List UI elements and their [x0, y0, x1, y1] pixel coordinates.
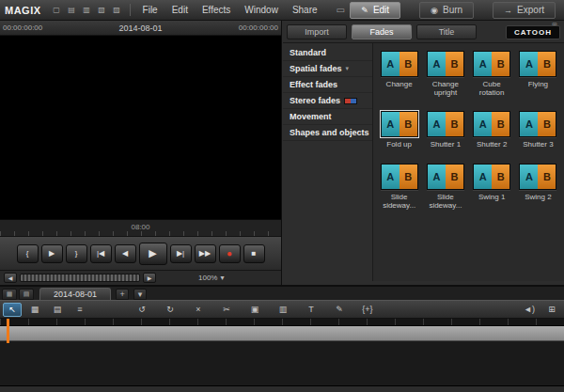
fade-thumbnail-grid: A B Change A B Change upright A B: [373, 43, 564, 281]
fade-letter-a: A: [382, 165, 400, 189]
mode-burn-button[interactable]: ◉ Burn: [419, 2, 474, 19]
fade-item-shutter-1[interactable]: A B Shutter 1: [424, 111, 466, 149]
fade-item-change[interactable]: A B Change: [378, 51, 420, 97]
curve-mode-icon[interactable]: ≡: [70, 303, 89, 317]
category-label: Shapes and objects: [290, 128, 369, 137]
frame-back-button[interactable]: ◀: [115, 244, 136, 263]
menu-effects[interactable]: Effects: [196, 5, 237, 15]
fade-thumbnail: A B: [519, 111, 556, 137]
fade-item-swing-1[interactable]: A B Swing 1: [471, 164, 513, 210]
ruler-ticks: [0, 231, 281, 236]
redo-icon[interactable]: ↻: [161, 303, 180, 317]
fade-thumbnail: A B: [427, 51, 464, 77]
fade-label: Cube rotation: [471, 80, 513, 97]
media-pool-tabs: Import Fades Title CATOOH: [283, 21, 564, 43]
scene-overview-icon[interactable]: ▤: [19, 289, 34, 300]
timeline-ruler[interactable]: [0, 319, 564, 326]
record-button[interactable]: ●: [219, 244, 241, 263]
delete-icon[interactable]: ×: [189, 303, 208, 317]
fade-letter-b: B: [446, 112, 463, 136]
fade-letter-a: A: [520, 112, 538, 136]
tab-fades[interactable]: Fades: [352, 24, 412, 39]
mouse-mode-icon[interactable]: ↖: [3, 303, 22, 317]
record-source-icon[interactable]: ▨: [110, 3, 124, 17]
preview-position-ruler[interactable]: 08:00: [0, 220, 281, 237]
fade-item-shutter-3[interactable]: A B Shutter 3: [517, 111, 559, 149]
single-object-mode-icon[interactable]: ▦: [25, 303, 44, 317]
category-stereo-fades[interactable]: Stereo fades: [283, 93, 372, 109]
export-arrow-icon: →: [504, 6, 512, 15]
fade-item-slide-sideways-2[interactable]: A B Slide sideway...: [424, 164, 466, 210]
timeline-project-tab[interactable]: 2014-08-01: [39, 288, 111, 300]
tab-import[interactable]: Import: [287, 24, 347, 39]
fade-letter-b: B: [492, 112, 509, 136]
fade-item-fold-up[interactable]: A B Fold up: [378, 111, 420, 149]
timeline-empty-area[interactable]: [0, 341, 564, 386]
category-spatial-fades[interactable]: Spatial fades ▾: [283, 61, 372, 77]
stop-button[interactable]: ■: [243, 244, 265, 263]
scrub-bar[interactable]: [20, 274, 140, 282]
fade-letter-b: B: [492, 52, 509, 76]
tab-menu-button[interactable]: ▾: [133, 289, 147, 300]
fade-item-shutter-2[interactable]: A B Shutter 2: [471, 111, 513, 149]
video-display[interactable]: [0, 36, 281, 220]
play-range-button[interactable]: ▶: [41, 244, 63, 263]
fade-item-change-upright[interactable]: A B Change upright: [424, 51, 466, 97]
stretch-mode-icon[interactable]: ▤: [48, 303, 67, 317]
fade-letter-b: B: [446, 52, 463, 76]
frame-forward-button[interactable]: ▶|: [170, 244, 192, 263]
save-project-icon[interactable]: ▥: [80, 3, 94, 17]
scrub-left-button[interactable]: ◀: [4, 273, 17, 283]
audio-tools-group: ◄) ⊞: [520, 303, 561, 317]
cut-icon[interactable]: ✂: [217, 303, 236, 317]
mode-burn-label: Burn: [443, 5, 462, 15]
range-out-button[interactable]: }: [66, 244, 87, 263]
category-label: Effect fades: [290, 80, 337, 89]
menu-file[interactable]: File: [136, 5, 164, 15]
copy-icon[interactable]: ▣: [245, 303, 264, 317]
fade-thumbnail: A B: [473, 51, 510, 77]
playhead-marker[interactable]: [7, 319, 9, 343]
paste-icon[interactable]: ▥: [274, 303, 292, 317]
ruler-time-label: 08:00: [131, 223, 149, 231]
fast-forward-button[interactable]: ▶▶: [195, 244, 216, 263]
fade-letter-b: B: [538, 52, 556, 76]
mode-export-button[interactable]: → Export: [493, 2, 556, 19]
fade-item-swing-2[interactable]: A B Swing 2: [517, 164, 559, 210]
category-standard[interactable]: Standard: [283, 45, 372, 61]
zoom-control[interactable]: 100% ▾: [198, 274, 224, 282]
category-effect-fades[interactable]: Effect fades: [283, 77, 372, 93]
menu-edit[interactable]: Edit: [165, 5, 195, 15]
fade-item-flying[interactable]: A B Flying: [517, 51, 559, 97]
menu-window[interactable]: Window: [238, 5, 285, 15]
fade-thumbnail: A B: [473, 164, 510, 190]
fade-item-slide-sideways-1[interactable]: A B Slide sideway...: [378, 164, 420, 210]
catooh-logo-button[interactable]: CATOOH: [506, 25, 560, 39]
scrub-right-button[interactable]: ▶: [143, 273, 156, 283]
mode-edit-button[interactable]: ✎ Edit: [350, 2, 400, 19]
mixer-icon[interactable]: ⊞: [542, 303, 561, 317]
arrange-windows-icon[interactable]: ▦: [2, 289, 17, 300]
category-movement[interactable]: Movement: [283, 109, 372, 125]
edit-tools-group: ↺ ↻ × ✂ ▣ ▥ T ✎ {+}: [133, 303, 377, 317]
tab-title[interactable]: Title: [416, 24, 477, 39]
jump-start-button[interactable]: |◀: [90, 244, 112, 263]
program-monitor-icon[interactable]: ▭: [337, 5, 345, 15]
import-media-icon[interactable]: ▧: [95, 3, 109, 17]
category-shapes-and-objects[interactable]: Shapes and objects: [283, 125, 372, 141]
load-project-icon[interactable]: ▤: [65, 3, 79, 17]
menu-share[interactable]: Share: [286, 5, 324, 15]
title-icon[interactable]: T: [302, 303, 321, 317]
keyframe-icon[interactable]: {+}: [358, 303, 377, 317]
range-in-button[interactable]: {: [17, 244, 39, 263]
new-project-icon[interactable]: ▢: [50, 3, 64, 17]
fade-letter-b: B: [538, 165, 556, 189]
draw-icon[interactable]: ✎: [330, 303, 349, 317]
undo-icon[interactable]: ↺: [133, 303, 151, 317]
fade-item-cube-rotation[interactable]: A B Cube rotation: [471, 51, 513, 97]
speaker-icon[interactable]: ◄): [520, 303, 539, 317]
timeline-scrollbar[interactable]: [0, 386, 564, 392]
play-button[interactable]: ▶: [139, 243, 167, 265]
add-project-tab-button[interactable]: +: [116, 289, 129, 300]
timeline-track-1[interactable]: [0, 326, 564, 341]
